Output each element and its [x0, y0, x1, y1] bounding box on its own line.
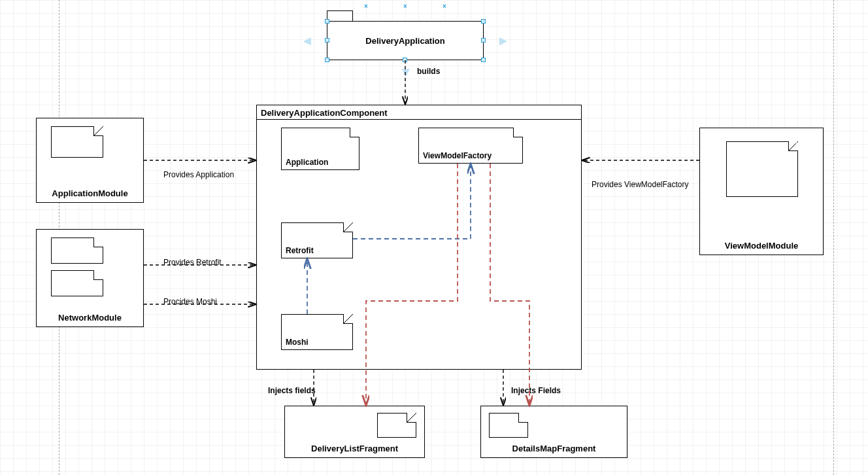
injects-fields-left-label: Injects fields: [268, 386, 316, 395]
delivery-list-fragment[interactable]: DeliveryListFragment: [284, 406, 425, 458]
delivery-application-package[interactable]: DeliveryApplication: [327, 21, 484, 60]
application-note[interactable]: Application: [281, 128, 359, 170]
provides-viewmodelfactory-label: Provides ViewModelFactory: [592, 180, 689, 189]
details-map-fragment[interactable]: DetailsMapFragment: [480, 406, 627, 458]
injects-fields-right-label: Injects Fields: [511, 386, 561, 395]
delivery-application-label: DeliveryApplication: [365, 36, 444, 46]
moshi-note[interactable]: Moshi: [281, 314, 353, 350]
component-title: DeliveryApplicationComponent: [261, 108, 388, 118]
application-module-inner-note: [51, 126, 103, 158]
provides-moshi-label: Procides Moshi: [163, 297, 217, 306]
details-map-fragment-inner-note: [489, 413, 528, 438]
network-module-inner-note-2: [51, 270, 103, 296]
delivery-list-fragment-inner-note: [377, 413, 416, 438]
viewmodel-module-inner-note: [726, 141, 798, 197]
application-note-label: Application: [286, 158, 328, 167]
viewmodel-module[interactable]: ViewModelModule: [699, 128, 824, 255]
application-module[interactable]: ApplicationModule: [36, 118, 144, 203]
details-map-fragment-label: DetailsMapFragment: [512, 444, 596, 453]
provides-application-label: Provides Application: [163, 170, 234, 179]
delivery-application-tab[interactable]: [327, 10, 353, 21]
application-module-label: ApplicationModule: [52, 188, 127, 198]
retrofit-note[interactable]: Retrofit: [281, 222, 353, 258]
delivery-list-fragment-label: DeliveryListFragment: [311, 444, 398, 453]
viewmodelfactory-note[interactable]: ViewModelFactory: [418, 128, 523, 164]
provides-retrofit-label: Provides Retrofit: [163, 258, 222, 267]
network-module-inner-note-1: [51, 238, 103, 264]
network-module-label: NetworkModule: [58, 313, 122, 323]
viewmodel-module-label: ViewModelModule: [725, 241, 798, 251]
network-module[interactable]: NetworkModule: [36, 229, 144, 327]
retrofit-note-label: Retrofit: [286, 246, 314, 255]
viewmodelfactory-note-label: ViewModelFactory: [423, 151, 492, 160]
moshi-note-label: Moshi: [286, 338, 309, 347]
builds-label: builds: [417, 67, 440, 76]
